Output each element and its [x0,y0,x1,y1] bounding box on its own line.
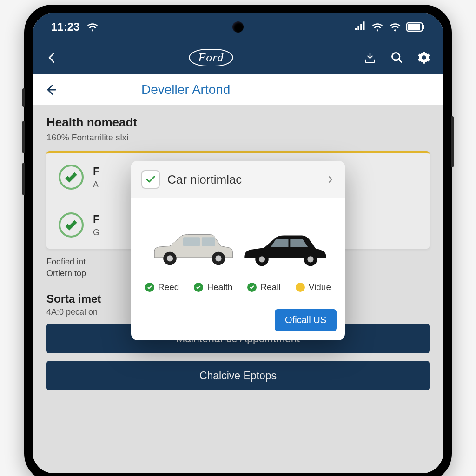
phone-side-button [22,121,25,153]
status-dot-green [247,283,257,292]
camera-notch [232,21,244,33]
status-label: Reall [260,282,280,292]
status-item: Health [194,282,232,292]
check-circle-icon [59,165,84,190]
modal-title: Car niortimlac [167,172,319,187]
svg-point-9 [215,255,221,261]
sub-header: Develler Artond [33,74,443,105]
svg-point-7 [167,255,173,261]
status-bar: 11:23 [33,13,443,41]
car-illustrations [142,212,334,272]
settings-icon[interactable] [417,51,430,64]
car-illustration-2 [240,225,328,272]
checkbox-icon [141,170,160,189]
phone-side-button [451,116,454,167]
status-label: Health [207,282,232,292]
car-modal: Car niortimlac [131,161,345,340]
back-icon[interactable] [46,51,59,64]
svg-rect-2 [408,24,420,30]
download-icon[interactable] [364,51,377,64]
health-row-sub: A [93,180,100,190]
phone-side-button [22,88,25,107]
car-illustration-1 [148,225,236,272]
section-subtitle: 160% Fontarrilite slxi [46,132,430,143]
modal-cta-button[interactable]: Oficall US [275,309,337,331]
svg-point-13 [307,256,313,262]
modal-header[interactable]: Car niortimlac [131,161,345,198]
page-title: Develler Artond [141,82,230,97]
ford-logo: Ford [189,49,233,66]
wifi-icon [86,20,99,33]
health-row-title: F [93,213,100,226]
modal-status-row: Reed Health Reall [142,272,334,297]
health-row-sub: G [93,228,100,238]
status-dot-green [145,283,154,292]
svg-rect-1 [423,25,424,29]
status-dot-green [194,283,203,292]
wifi-icon [389,20,402,33]
battery-icon [406,22,425,32]
section-title: Health nomeadt [46,115,430,130]
phone-screen: 11:23 Ford Develler Artond [33,13,443,473]
status-time: 11:23 [51,20,79,33]
phone-frame: 11:23 Ford Develler Artond [24,5,452,476]
svg-rect-4 [183,237,200,246]
cellular-icon [353,20,366,33]
wifi-icon [371,20,384,33]
status-item: Reall [247,282,280,292]
modal-body: Reed Health Reall [131,198,345,305]
chevron-right-icon [326,175,335,184]
modal-footer: Oficall US [131,305,345,340]
svg-point-11 [259,256,265,262]
back-icon[interactable] [45,83,58,96]
content-area: Health nomeadt 160% Fontarrilite slxi F … [33,105,443,473]
status-item: Reed [145,282,179,292]
health-row-title: F [93,165,100,178]
chalcive-button[interactable]: Chalcive Eptops [46,361,430,390]
status-dot-yellow [296,283,305,292]
status-item: Vidue [296,282,331,292]
app-nav-bar: Ford [33,41,443,74]
phone-side-button [22,163,25,195]
check-circle-icon [59,212,84,238]
status-label: Reed [158,282,179,292]
svg-rect-5 [202,237,215,246]
status-label: Vidue [309,282,331,292]
search-icon[interactable] [390,51,403,64]
